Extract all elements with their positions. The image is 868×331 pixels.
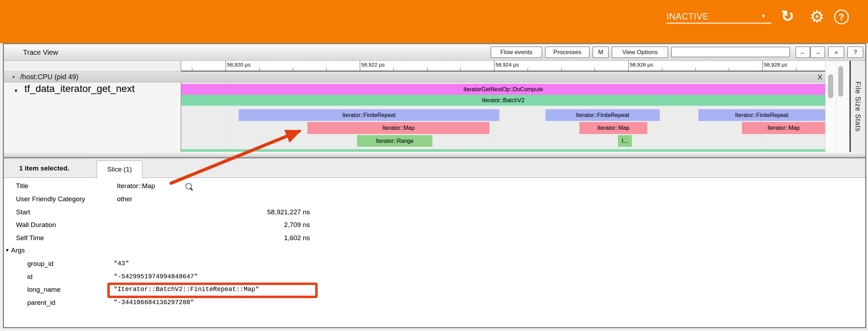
ruler-major-tick bbox=[628, 61, 629, 71]
arg-row: long_name"Iterator::BatchV2::FiniteRepea… bbox=[4, 283, 865, 296]
ruler-minor-tick bbox=[427, 68, 427, 71]
magnifier-icon[interactable] bbox=[185, 183, 192, 190]
detail-row: User Friendly Categoryother bbox=[4, 192, 865, 205]
detail-row-label: Start bbox=[16, 205, 30, 219]
app-header: INACTIVE ▼ ↻ ⚙ ? bbox=[0, 0, 868, 43]
collapse-caret-icon[interactable]: ▾ bbox=[15, 87, 17, 94]
ruler-minor-tick bbox=[326, 68, 327, 71]
args-label: Args bbox=[11, 244, 25, 257]
args-section-header[interactable]: ▼ Args bbox=[4, 244, 865, 257]
arg-key: parent_id bbox=[27, 296, 55, 309]
ruler-major-tick bbox=[494, 61, 494, 71]
selection-status: 1 item selected. bbox=[19, 158, 69, 178]
details-panel: 1 item selected. Slice (1) TitleIterator… bbox=[4, 158, 865, 327]
ruler-minor-tick bbox=[460, 68, 461, 71]
detail-row: Wall Duration2,709 ns bbox=[4, 218, 865, 231]
scrollbar-area bbox=[825, 61, 850, 152]
ruler-minor-tick bbox=[528, 68, 528, 71]
scrollbar-thumb[interactable] bbox=[838, 66, 843, 97]
track-label-column: ▾ tf_data_iterator_get_next bbox=[4, 82, 181, 152]
file-size-stats-label: File Size Stats bbox=[854, 81, 862, 132]
detail-row-label: Wall Duration bbox=[16, 218, 56, 231]
arg-key: group_id bbox=[27, 257, 53, 270]
tab-slice[interactable]: Slice (1) bbox=[97, 161, 142, 178]
ruler-left-gutter bbox=[4, 61, 181, 71]
arg-row: id"-5429951974994848647" bbox=[4, 270, 865, 283]
ruler-minor-tick bbox=[595, 68, 595, 71]
detail-row: TitleIterator::Map bbox=[4, 179, 865, 192]
ruler-minor-tick bbox=[729, 68, 729, 71]
detail-row-label: Title bbox=[16, 179, 28, 192]
collapse-caret-icon[interactable]: ▼ bbox=[5, 244, 10, 257]
processes-button[interactable]: Processes bbox=[545, 46, 590, 58]
run-state-dropdown[interactable]: INACTIVE ▼ bbox=[666, 10, 771, 24]
arg-value: "Iterator::BatchV2::FiniteRepeat::Map" bbox=[114, 283, 259, 296]
detail-row: Self Time1,602 ns bbox=[4, 231, 865, 244]
ruler-major-tick bbox=[226, 61, 226, 71]
view-options-button[interactable]: View Options bbox=[612, 46, 668, 58]
trace-event-bar[interactable]: IteratorGetNextOp::DoCompute bbox=[181, 84, 825, 95]
page-title: Trace View bbox=[23, 44, 58, 60]
ruler-minor-tick bbox=[293, 68, 293, 71]
ruler-minor-tick bbox=[192, 68, 192, 71]
trace-event-bar[interactable]: I... bbox=[618, 135, 632, 147]
search-input[interactable] bbox=[671, 47, 790, 57]
gear-icon[interactable]: ⚙ bbox=[809, 7, 826, 26]
ruler-tick-label: 58,922 µs bbox=[361, 62, 385, 68]
more-button[interactable]: » bbox=[828, 46, 844, 58]
detail-row-value: Iterator::Map bbox=[117, 179, 310, 192]
metadata-button[interactable]: M bbox=[592, 46, 609, 58]
prev-result-button[interactable]: ← bbox=[795, 46, 810, 58]
panel-splitter[interactable] bbox=[4, 152, 865, 158]
arg-value: "-344106684136297288" bbox=[114, 296, 194, 309]
ruler-minor-tick bbox=[696, 68, 696, 71]
ruler-minor-tick bbox=[259, 68, 260, 71]
scrollbar-thumb[interactable] bbox=[828, 74, 833, 98]
next-result-button[interactable]: → bbox=[810, 46, 825, 58]
toolbar-help-button[interactable]: ? bbox=[847, 46, 863, 58]
file-size-stats-panel[interactable]: File Size Stats bbox=[850, 61, 865, 152]
trace-event-bar[interactable]: Iterator::FiniteRepeat bbox=[698, 109, 825, 121]
trace-event-bar[interactable]: Iterator::Map bbox=[742, 122, 825, 134]
trace-event-bar[interactable]: Iterator::Map bbox=[307, 122, 489, 134]
ruler-tick-label: 58,924 µs bbox=[495, 62, 519, 68]
track-label[interactable]: tf_data_iterator_get_next bbox=[24, 83, 135, 94]
help-icon[interactable]: ? bbox=[834, 10, 849, 24]
trace-event-bar[interactable]: Iterator::BatchV2 bbox=[181, 95, 825, 106]
trace-event-bar[interactable]: Iterator::Map bbox=[579, 122, 647, 134]
arg-row: parent_id"-344106684136297288" bbox=[4, 296, 865, 309]
arg-value: "-5429951974994848647" bbox=[114, 270, 198, 283]
detail-row-value: 58,921,227 ns bbox=[117, 205, 310, 219]
arg-key: long_name bbox=[27, 283, 61, 296]
detail-row-value: 2,709 ns bbox=[117, 218, 310, 231]
detail-row-label: Self Time bbox=[16, 231, 44, 244]
ruler-minor-tick bbox=[393, 68, 394, 71]
trace-event-bar[interactable]: Iterator::Range bbox=[357, 135, 432, 147]
detail-row-label: User Friendly Category bbox=[16, 192, 85, 205]
arg-key: id bbox=[27, 270, 33, 283]
ruler-tick-label: 58,926 µs bbox=[630, 62, 653, 68]
run-state-label: INACTIVE bbox=[666, 11, 709, 22]
ruler-minor-tick bbox=[796, 68, 796, 71]
detail-row: Start58,921,227 ns bbox=[4, 205, 865, 219]
close-icon[interactable]: X bbox=[815, 71, 825, 82]
ruler-minor-tick bbox=[561, 68, 562, 71]
scrollbar-divider bbox=[836, 61, 836, 152]
trace-event-bar[interactable]: Iterator::FiniteRepeat bbox=[545, 109, 660, 121]
ruler-minor-tick bbox=[662, 68, 662, 71]
arg-value: "43" bbox=[114, 257, 129, 270]
ruler-tick-label: 58,920 µs bbox=[227, 62, 250, 68]
ruler: 58,920 µs58,922 µs58,924 µs58,926 µs58,9… bbox=[181, 61, 825, 71]
flow-events-button[interactable]: Flow events bbox=[490, 46, 542, 58]
refresh-icon[interactable]: ↻ bbox=[779, 6, 796, 26]
process-header[interactable]: ▾ /host:CPU (pid 49) X bbox=[4, 71, 825, 82]
trace-event-bar[interactable]: Iterator::FiniteRepeat bbox=[239, 109, 499, 121]
process-label: /host:CPU (pid 49) bbox=[20, 71, 79, 82]
arg-row: group_id"43" bbox=[4, 257, 865, 270]
trace-toolbar: Trace View Flow events Processes M View … bbox=[4, 44, 865, 61]
chevron-down-icon: ▼ bbox=[761, 13, 766, 19]
partial-row-strip bbox=[181, 149, 825, 152]
ruler-major-tick bbox=[762, 61, 763, 71]
detail-row-value: other bbox=[117, 192, 310, 205]
collapse-caret-icon[interactable]: ▾ bbox=[12, 71, 15, 82]
